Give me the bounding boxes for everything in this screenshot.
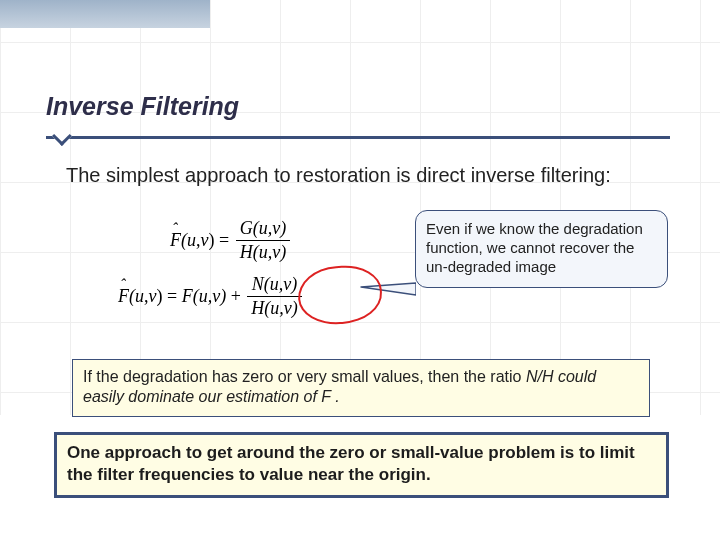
eq2-numerator: N(u,v) (252, 274, 297, 294)
eq2-mid: F(u,v) (182, 286, 226, 307)
eq1-denominator: H(u,v) (240, 242, 286, 262)
note1-text-a: If the degradation has zero or very smal… (83, 368, 526, 385)
slide-grid-background (0, 0, 720, 415)
title-divider (46, 136, 670, 139)
eq2-denominator: H(u,v) (251, 298, 297, 318)
eq1-numerator: G(u,v) (240, 218, 286, 238)
equation-1: F(u,v) = G(u,v) H(u,v) (170, 218, 292, 263)
intro-text: The simplest approach to restoration is … (66, 163, 651, 188)
slide-title: Inverse Filtering (46, 92, 239, 121)
callout-box: Even if we know the degradation function… (415, 210, 668, 288)
equation-2: F(u,v) = F(u,v) + N(u,v) H(u,v) (118, 274, 304, 319)
title-accent-bar (0, 0, 210, 28)
note-box-2: One approach to get around the zero or s… (54, 432, 669, 498)
note-box-1: If the degradation has zero or very smal… (72, 359, 650, 417)
note2-text: One approach to get around the zero or s… (57, 435, 666, 495)
